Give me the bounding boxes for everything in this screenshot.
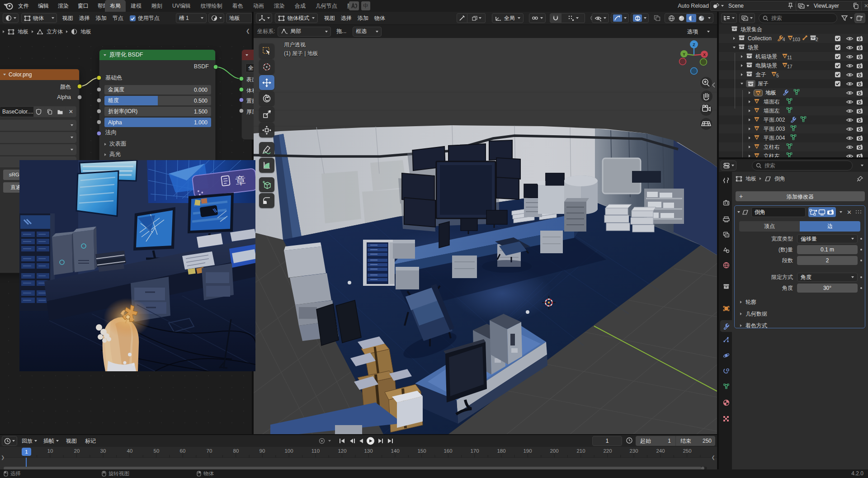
- svg-text:X: X: [703, 52, 706, 57]
- svg-text:Z: Z: [693, 43, 695, 47]
- svg-text:Y: Y: [683, 52, 685, 57]
